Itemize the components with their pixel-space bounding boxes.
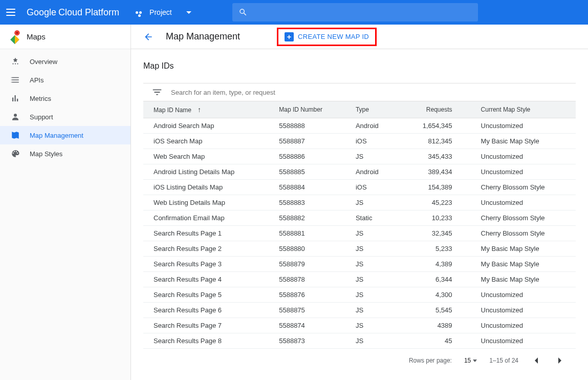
global-search[interactable] bbox=[232, 3, 478, 22]
cell-style: My Basic Map Style bbox=[473, 272, 576, 287]
svg-rect-6 bbox=[11, 79, 12, 80]
prev-page-button[interactable] bbox=[531, 355, 542, 366]
sidebar-item-map-management[interactable]: Map Management bbox=[0, 126, 130, 144]
svg-point-3 bbox=[15, 63, 16, 64]
col-number[interactable]: Map ID Number bbox=[271, 101, 347, 118]
sidebar-icon bbox=[10, 130, 20, 140]
cell-number: 5588876 bbox=[271, 287, 347, 303]
svg-point-2 bbox=[12, 63, 13, 64]
svg-point-11 bbox=[14, 114, 17, 117]
project-selector[interactable]: Project bbox=[136, 8, 191, 16]
cell-type: iOS bbox=[347, 134, 398, 149]
table-row[interactable]: Search Results Page 85588873JS45Uncustom… bbox=[143, 333, 576, 349]
cell-name: Search Results Page 6 bbox=[143, 303, 271, 318]
cell-name: Search Results Page 1 bbox=[143, 226, 271, 241]
sidebar-item-apis[interactable]: APIs bbox=[0, 71, 130, 89]
cell-number: 5588879 bbox=[271, 257, 347, 272]
sidebar-item-label: APIs bbox=[30, 76, 43, 84]
cell-number: 5588874 bbox=[271, 318, 347, 333]
back-button[interactable] bbox=[143, 32, 154, 42]
table-row[interactable]: iOS Listing Details Map5588884iOS154,389… bbox=[143, 180, 576, 195]
next-page-button[interactable] bbox=[554, 355, 565, 366]
table-row[interactable]: Search Results Page 55588876JS4,300Uncus… bbox=[143, 287, 576, 303]
global-search-input[interactable] bbox=[253, 8, 472, 16]
table-row[interactable]: iOS Search Map5588887iOS812,345My Basic … bbox=[143, 134, 576, 149]
cell-requests: 32,345 bbox=[398, 226, 473, 241]
create-map-id-button[interactable]: + CREATE NEW MAP ID bbox=[285, 32, 369, 41]
cell-style: Uncustomized bbox=[473, 195, 576, 210]
cell-number: 5588883 bbox=[271, 195, 347, 210]
table-row[interactable]: Search Results Page 25588880JS5,233My Ba… bbox=[143, 241, 576, 257]
caret-down-icon bbox=[473, 360, 477, 362]
filter-icon[interactable] bbox=[151, 87, 163, 98]
filter-bar bbox=[143, 83, 576, 101]
cell-name: iOS Search Map bbox=[143, 134, 271, 149]
cell-number: 5588878 bbox=[271, 272, 347, 287]
table-row[interactable]: Android Listing Details Map5588885Androi… bbox=[143, 164, 576, 180]
cell-number: 5588888 bbox=[271, 118, 347, 134]
sidebar-item-support[interactable]: Support bbox=[0, 108, 130, 126]
filter-input[interactable] bbox=[171, 89, 568, 96]
table-row[interactable]: Search Results Page 45588878JS6,344My Ba… bbox=[143, 272, 576, 287]
svg-rect-5 bbox=[11, 77, 12, 78]
cell-requests: 4,300 bbox=[398, 287, 473, 303]
table-row[interactable]: Web Search Map5588886JS345,433Uncustomiz… bbox=[143, 149, 576, 164]
svg-point-1 bbox=[16, 32, 18, 34]
search-icon bbox=[238, 8, 248, 17]
cell-type: Static bbox=[347, 210, 398, 226]
cell-type: JS bbox=[347, 241, 398, 257]
sidebar-icon bbox=[10, 93, 20, 103]
col-requests[interactable]: Requests bbox=[398, 101, 473, 118]
create-label: CREATE NEW MAP ID bbox=[298, 33, 369, 40]
cell-number: 5588875 bbox=[271, 303, 347, 318]
cell-style: My Basic Map Style bbox=[473, 134, 576, 149]
cell-requests: 45,223 bbox=[398, 195, 473, 210]
cell-style: Uncustomized bbox=[473, 303, 576, 318]
cell-name: Web Listing Details Map bbox=[143, 195, 271, 210]
table-row[interactable]: Android Search Map5588888Android1,654,34… bbox=[143, 118, 576, 134]
table-row[interactable]: Search Results Page 15588881JS32,345Cher… bbox=[143, 226, 576, 241]
sidebar-item-label: Map Styles bbox=[30, 150, 62, 158]
brand-rest: Cloud Platform bbox=[58, 7, 119, 18]
table-pager: Rows per page: 15 1–15 of 24 bbox=[143, 349, 576, 372]
sidebar-item-label: Support bbox=[30, 113, 53, 121]
cell-type: JS bbox=[347, 333, 398, 349]
cell-style: My Basic Map Style bbox=[473, 257, 576, 272]
cell-name: Search Results Page 5 bbox=[143, 287, 271, 303]
section-heading: Map IDs bbox=[143, 61, 576, 71]
cell-number: 5588884 bbox=[271, 180, 347, 195]
brand-logo[interactable]: Google Cloud Platform bbox=[27, 7, 119, 18]
cell-name: iOS Listing Details Map bbox=[143, 180, 271, 195]
project-dots-icon bbox=[136, 11, 145, 14]
sidebar-title: Maps bbox=[27, 32, 46, 41]
table-row[interactable]: Search Results Page 75588874JS4389Uncust… bbox=[143, 318, 576, 333]
table-row[interactable]: Confirmation Email Map5588882Static10,23… bbox=[143, 210, 576, 226]
cell-name: Android Search Map bbox=[143, 118, 271, 134]
col-style[interactable]: Current Map Style bbox=[473, 101, 576, 118]
plus-icon: + bbox=[285, 32, 294, 41]
sidebar-item-metrics[interactable]: Metrics bbox=[0, 89, 130, 108]
menu-icon[interactable] bbox=[6, 6, 18, 18]
sidebar-item-label: Overview bbox=[30, 58, 57, 66]
brand-first: Google bbox=[27, 7, 56, 18]
create-highlight: + CREATE NEW MAP ID bbox=[277, 28, 377, 46]
table-row[interactable]: Search Results Page 65588875JS5,545Uncus… bbox=[143, 303, 576, 318]
cell-requests: 45 bbox=[398, 333, 473, 349]
col-name[interactable]: Map ID Name↑ bbox=[143, 101, 271, 118]
table-row[interactable]: Search Results Page 35588879JS4,389My Ba… bbox=[143, 257, 576, 272]
cell-requests: 154,389 bbox=[398, 180, 473, 195]
sidebar-item-map-styles[interactable]: Map Styles bbox=[0, 144, 130, 163]
main-content: Map Management + CREATE NEW MAP ID Map I… bbox=[131, 25, 588, 380]
cell-requests: 389,434 bbox=[398, 164, 473, 180]
page-header: Map Management + CREATE NEW MAP ID bbox=[131, 25, 588, 49]
col-type[interactable]: Type bbox=[347, 101, 398, 118]
cell-type: JS bbox=[347, 272, 398, 287]
maps-logo-icon bbox=[9, 30, 20, 44]
cell-number: 5588886 bbox=[271, 149, 347, 164]
cell-style: Uncustomized bbox=[473, 149, 576, 164]
sidebar-item-overview[interactable]: Overview bbox=[0, 52, 130, 71]
table-row[interactable]: Web Listing Details Map5588883JS45,223Un… bbox=[143, 195, 576, 210]
rows-per-page-select[interactable]: 15 bbox=[464, 357, 477, 364]
cell-requests: 345,433 bbox=[398, 149, 473, 164]
cell-style: Cherry Blossom Style bbox=[473, 180, 576, 195]
